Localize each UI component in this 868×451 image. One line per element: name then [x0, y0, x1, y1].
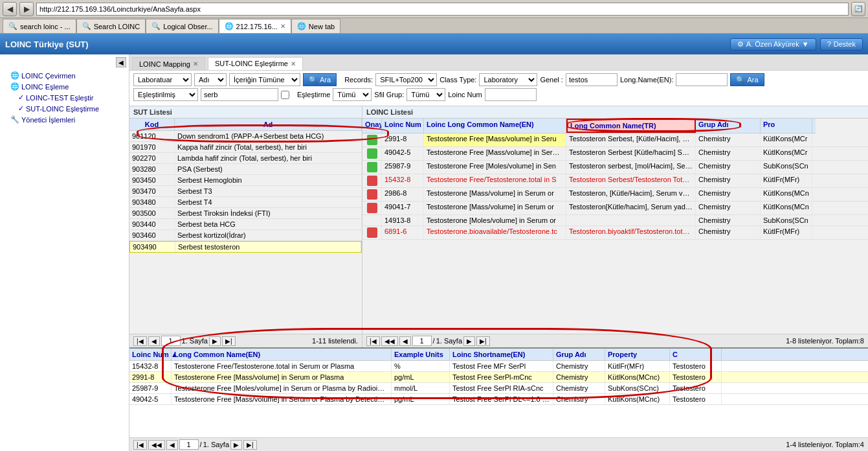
sut-table-row[interactable]: 903440 Serbest beta HCG — [129, 219, 362, 230]
tab-label-2: Search LOINC — [94, 23, 140, 30]
sidebar-item-sut[interactable]: ✓ SUT-LOINC Eşleştirme — [5, 103, 126, 114]
sut-table-row[interactable]: 901970 Kappa hafif zincir (Total, serbes… — [129, 142, 362, 153]
detail-panel: Loinc Num ▲ Long Common Name(EN) Example… — [129, 347, 868, 451]
sut-first-page[interactable]: |◀ — [133, 336, 147, 346]
detail-cell-short: Testost Free MFr SerPl — [450, 361, 553, 371]
name-select[interactable]: Adı — [194, 73, 227, 86]
loincnum-label: Loinc Num — [448, 91, 482, 98]
detail-first-page[interactable]: |◀ — [133, 440, 147, 450]
loinc-table-row[interactable]: 2991-8 Testosterone Free [Mass/volume] i… — [362, 133, 868, 147]
sut-cell-ad: Serbest T4 — [175, 197, 362, 207]
loinc-search-button[interactable]: 🔍 Ara — [730, 73, 764, 86]
sut-table-row[interactable]: 903490 Serbest testosteron — [129, 241, 362, 253]
sut-col-kod: Kod — [129, 119, 175, 130]
sut-last-page[interactable]: ▶| — [222, 336, 236, 346]
detail-pagination: |◀ ◀◀ ◀ / 1. Sayfa ▶ ▶| 1-4 listeleniyor… — [129, 437, 868, 451]
loinc-cell-num: 6891-6 — [382, 226, 424, 239]
loinc-last-page[interactable]: ▶| — [476, 336, 490, 346]
loinc-cell-long-tr: Testosteron Serbest [Kütle/hacim] Serum … — [566, 147, 696, 160]
type-select[interactable]: Laboratuar — [133, 73, 192, 86]
sut-table-row[interactable]: 902270 Lambda hafif zincir (Total, serbe… — [129, 153, 362, 164]
genel-input[interactable] — [566, 73, 618, 86]
loinc-table-row[interactable]: 6891-6 Testosterone.bioavailable/Testost… — [362, 226, 868, 240]
tab-logical[interactable]: 🔍 Logical Obser... — [146, 19, 218, 33]
sut-prev-page[interactable]: ◀ — [148, 336, 160, 346]
detail-cell-short: Testost Free SerPl-mCnc — [450, 372, 553, 382]
address-bar[interactable] — [36, 3, 849, 16]
detail-page-input[interactable] — [179, 439, 199, 450]
tab-new[interactable]: 🌐 New tab — [291, 19, 340, 33]
sfilgrup-select[interactable]: Tümü — [406, 88, 445, 101]
loinc-next-page[interactable]: ▶ — [463, 336, 475, 346]
loinc-first-page[interactable]: |◀ — [366, 336, 380, 346]
detail-last[interactable]: ▶| — [243, 440, 257, 450]
sidebar-item-cevirmen[interactable]: 🌐 LOINC Çevirmen — [5, 70, 126, 81]
sut-table-row[interactable]: 903460 Serbest kortizol(İdrar) — [129, 230, 362, 241]
tab-loinc-mapping[interactable]: LOINC Mapping ✕ — [132, 57, 205, 70]
sut-table-row[interactable]: 903450 Serbest Hemoglobin — [129, 175, 362, 186]
longname-input[interactable] — [676, 73, 728, 86]
records-select[interactable]: SFIL+Top200 — [375, 73, 437, 86]
refresh-button[interactable]: 🔄 — [851, 2, 865, 16]
detail-table-row[interactable]: 49042-5 Testosterone Free [Mass/volume] … — [129, 394, 868, 405]
loinc-table-row[interactable]: 49041-7 Testosterone [Mass/volume] in Se… — [362, 202, 868, 215]
status-select[interactable]: Eşleştirilmiş — [133, 88, 198, 101]
sidebar-item-test[interactable]: ✓ LOINC-TEST Eşleştir — [5, 92, 126, 103]
sidebar-item-yonetici[interactable]: 🔧 Yönetici İşlemleri — [5, 114, 126, 125]
sut-table-row[interactable]: 901120 Down sendrom1 (PAPP-A+Serbest bet… — [129, 131, 362, 142]
loinc-cell-num: 49041-7 — [382, 202, 424, 214]
loincnum-input[interactable] — [485, 88, 537, 101]
tab-sut-loinc[interactable]: SUT-LOINC Eşleştirme ✕ — [208, 57, 303, 70]
class-select[interactable]: Laboratory — [479, 73, 537, 86]
detail-table-row[interactable]: 25987-9 Testosterone Free [Moles/volume]… — [129, 383, 868, 394]
eslestirme-select[interactable]: Tümü — [333, 88, 372, 101]
content-select[interactable]: İçeriğin Tümüne — [229, 73, 300, 86]
text-filter-input[interactable] — [201, 88, 278, 101]
sut-page-input[interactable] — [161, 336, 181, 346]
sidebar-toggle[interactable]: ◀ — [116, 57, 126, 67]
tab-mapping-close[interactable]: ✕ — [193, 60, 198, 67]
sut-table-row[interactable]: 903500 Serbest Tiroksin İndeksi (FTI) — [129, 208, 362, 219]
detail-cell-long: Testosterone Free [Mass/volume] in Serum… — [172, 372, 392, 382]
detail-list-info: 1-4 listeleniyor. Toplam:4 — [786, 441, 864, 448]
help-button[interactable]: ? Destek — [820, 38, 863, 51]
detail-table-row[interactable]: 15432-8 Testosterone Free/Testosterone.t… — [129, 361, 868, 372]
loinc-table-row[interactable]: 2986-8 Testosterone [Mass/volume] in Ser… — [362, 188, 868, 202]
detail-prev[interactable]: ◀ — [166, 440, 178, 450]
sidebar-label-yonetici: Yönetici İşlemleri — [21, 116, 75, 124]
sut-pagination: |◀ ◀ 1. Sayfa ▶ ▶| 1-11 listelendi. — [129, 334, 362, 347]
loinc-col-num: Loinc Num — [382, 119, 424, 133]
loinc-cell-long-tr: Testosteron Serbest/Testosteron Total, S… — [566, 174, 696, 187]
loinc-table-row[interactable]: 49042-5 Testosterone Free [Mass/volume] … — [362, 147, 868, 161]
tab-search-loinc-1[interactable]: 🔍 search loinc - ... — [3, 19, 76, 33]
loinc-col-long-tr: Long Common Name(TR) — [566, 119, 696, 133]
loinc-cell-long-en: Testosterone [Moles/volume] in Serum or — [424, 215, 566, 226]
sut-table-row[interactable]: 903480 Serbest T4 — [129, 197, 362, 208]
loinc-prev2-page[interactable]: ◀ — [399, 336, 411, 346]
sut-search-button[interactable]: 🔍 Ara — [303, 73, 337, 86]
search-label: Ara — [320, 76, 331, 84]
sut-next-page[interactable]: ▶ — [209, 336, 221, 346]
detail-prev2[interactable]: ◀◀ — [148, 440, 165, 450]
back-button[interactable]: ◀ — [3, 2, 17, 16]
tab-search-loinc-2[interactable]: 🔍 Search LOINC — [76, 19, 146, 33]
loinc-table-row[interactable]: 14913-8 Testosterone [Moles/volume] in S… — [362, 215, 868, 226]
detail-next[interactable]: ▶ — [230, 440, 242, 450]
tab-close-4[interactable]: ✕ — [280, 23, 285, 30]
detail-table-row[interactable]: 2991-8 Testosterone Free [Mass/volume] i… — [129, 372, 868, 383]
loinc-table-row[interactable]: 25987-9 Testosterone Free [Moles/volume]… — [362, 161, 868, 174]
sut-table-row[interactable]: 903280 PSA (Serbest) — [129, 164, 362, 175]
sut-table-row[interactable]: 903470 Serbest T3 — [129, 186, 362, 197]
user-button[interactable]: A. Özen Akyürek ▼ — [730, 38, 816, 51]
filter-checkbox[interactable] — [281, 91, 289, 99]
loinc-page-input[interactable] — [412, 336, 432, 346]
sut-cell-kod: 903450 — [129, 175, 175, 185]
sidebar-item-esleme[interactable]: 🌐 LOINC Eşleme — [5, 81, 126, 92]
loinc-cell-grup: Chemistry — [696, 215, 761, 226]
tab-sut-close[interactable]: ✕ — [291, 60, 296, 67]
loinc-table-row[interactable]: 15432-8 Testosterone Free/Testosterone.t… — [362, 174, 868, 188]
forward-button[interactable]: ▶ — [19, 2, 34, 16]
loinc-prev-page[interactable]: ◀◀ — [381, 336, 398, 346]
tab-icon-3: 🔍 — [151, 22, 161, 30]
tab-active[interactable]: 🌐 212.175.16... ✕ — [219, 19, 291, 33]
